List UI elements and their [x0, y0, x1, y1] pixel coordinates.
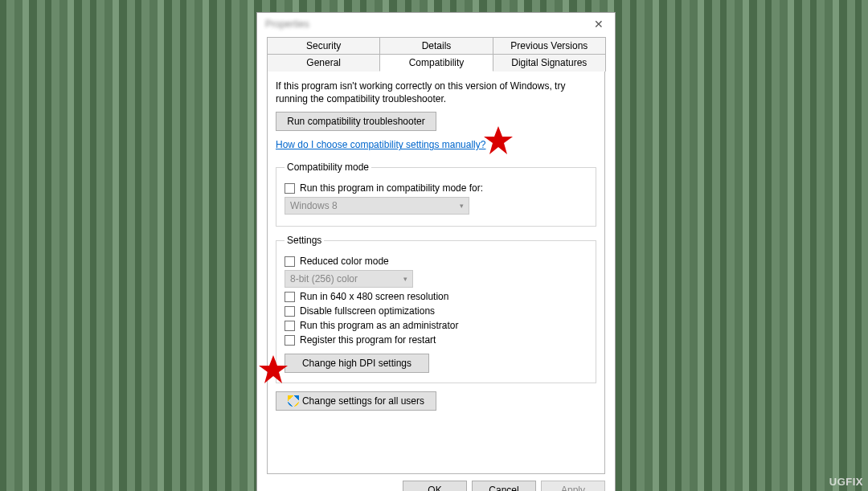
color-mode-select-value: 8-bit (256) color	[290, 273, 358, 284]
tab-strip: Security Details Previous Versions Gener…	[267, 37, 605, 72]
reduced-color-checkbox[interactable]	[285, 256, 295, 267]
settings-group: Settings Reduced color mode 8-bit (256) …	[276, 235, 596, 383]
run-as-admin-checkbox[interactable]	[285, 321, 295, 331]
register-restart-label: Register this program for restart	[300, 334, 436, 346]
settings-legend: Settings	[285, 235, 324, 246]
reduced-color-label: Reduced color mode	[300, 256, 389, 267]
ok-button[interactable]: OK	[403, 481, 467, 491]
chevron-down-icon: ▾	[460, 202, 464, 210]
compatibility-mode-legend: Compatibility mode	[285, 162, 371, 173]
shield-icon	[288, 395, 299, 407]
watermark-prefix: UG	[829, 476, 846, 488]
compat-mode-checkbox[interactable]	[285, 183, 295, 194]
titlebar: Properties ✕	[257, 13, 615, 35]
run-640-checkbox[interactable]	[285, 292, 295, 302]
register-restart-checkbox[interactable]	[285, 335, 295, 346]
intro-text: If this program isn't working correctly …	[276, 80, 596, 105]
compat-mode-select-value: Windows 8	[290, 200, 338, 211]
change-all-users-button[interactable]: Change settings for all users	[276, 391, 436, 411]
apply-button[interactable]: Apply	[541, 481, 605, 491]
run-as-admin-label: Run this program as an administrator	[300, 320, 458, 331]
dialog-footer: OK Cancel Apply	[257, 474, 615, 491]
close-icon[interactable]: ✕	[589, 18, 608, 31]
disable-fullscreen-label: Disable fullscreen optimizations	[300, 305, 435, 317]
help-link[interactable]: How do I choose compatibility settings m…	[276, 139, 485, 150]
run-640-label: Run in 640 x 480 screen resolution	[300, 291, 448, 302]
compatibility-mode-group: Compatibility mode Run this program in c…	[276, 162, 596, 227]
disable-fullscreen-checkbox[interactable]	[285, 306, 295, 317]
change-all-users-label: Change settings for all users	[302, 395, 424, 407]
compat-mode-label: Run this program in compatibility mode f…	[300, 182, 483, 194]
tab-compatibility[interactable]: Compatibility	[379, 54, 493, 72]
tab-security[interactable]: Security	[267, 37, 380, 54]
change-dpi-button[interactable]: Change high DPI settings	[285, 354, 429, 373]
color-mode-select[interactable]: 8-bit (256) color ▾	[285, 270, 413, 288]
properties-dialog: Properties ✕ Security Details Previous V…	[256, 12, 616, 491]
cancel-button[interactable]: Cancel	[472, 481, 536, 491]
tab-general[interactable]: General	[267, 54, 380, 72]
compat-mode-select[interactable]: Windows 8 ▾	[285, 197, 469, 215]
tab-details[interactable]: Details	[379, 37, 493, 54]
tab-previous-versions[interactable]: Previous Versions	[493, 37, 606, 54]
watermark-suffix: FIX	[845, 476, 863, 488]
run-troubleshooter-button[interactable]: Run compatibility troubleshooter	[276, 112, 436, 131]
watermark: UGFIX	[829, 476, 863, 488]
chevron-down-icon: ▾	[403, 275, 407, 283]
tab-content: If this program isn't working correctly …	[267, 71, 605, 474]
tab-digital-signatures[interactable]: Digital Signatures	[493, 54, 606, 72]
window-title: Properties	[265, 18, 309, 30]
